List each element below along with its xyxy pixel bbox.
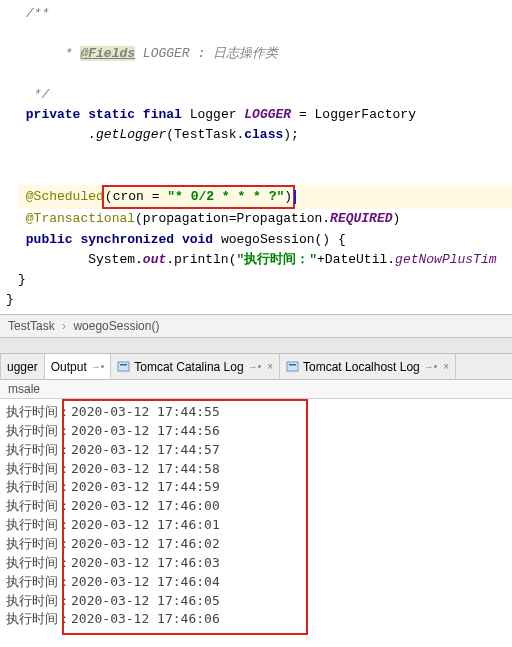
console-line: 执行时间：2020-03-12 17:46:04: [6, 573, 512, 592]
console-line: 执行时间：2020-03-12 17:46:00: [6, 497, 512, 516]
logger-decl: private static final Logger LOGGER = Log…: [18, 105, 512, 125]
panel-splitter[interactable]: [0, 338, 512, 354]
javadoc-tag: @Fields: [80, 46, 135, 61]
tab-catalina[interactable]: Tomcat Catalina Log →• ×: [111, 354, 280, 379]
pin-icon[interactable]: →•: [248, 361, 262, 372]
scheduled-line: @Scheduled(cron = "* 0/2 * * * ?"): [18, 185, 512, 209]
console-line: 执行时间：2020-03-12 17:46:01: [6, 516, 512, 535]
output-tabs: ugger Output →• Tomcat Catalina Log →• ×…: [0, 354, 512, 380]
code-editor[interactable]: /** * @Fields LOGGER : 日志操作类 */ private …: [0, 0, 512, 314]
javadoc-open: /**: [18, 4, 512, 24]
breadcrumb[interactable]: TestTask › woegoSession(): [0, 314, 512, 338]
brace-close-2: }: [6, 290, 512, 310]
javadoc-line: * @Fields LOGGER : 日志操作类: [18, 24, 512, 84]
tomcat-icon: [117, 360, 130, 373]
tab-output[interactable]: Output →•: [45, 354, 112, 379]
console-line: 执行时间：2020-03-12 17:44:59: [6, 478, 512, 497]
svg-rect-3: [289, 364, 296, 366]
console-line: 执行时间：2020-03-12 17:44:55: [6, 403, 512, 422]
console-line: 执行时间：2020-03-12 17:44:57: [6, 441, 512, 460]
output-context-label: msale: [0, 380, 512, 399]
breadcrumb-item[interactable]: TestTask: [8, 319, 55, 333]
tab-debugger[interactable]: ugger: [0, 354, 45, 379]
console-output[interactable]: 执行时间：2020-03-12 17:44:55执行时间：2020-03-12 …: [0, 399, 512, 633]
console-line: 执行时间：2020-03-12 17:46:06: [6, 610, 512, 629]
tomcat-icon: [286, 360, 299, 373]
javadoc-desc: LOGGER : 日志操作类: [135, 46, 278, 61]
method-decl: public synchronized void woegoSession() …: [18, 230, 512, 250]
console-line: 执行时间：2020-03-12 17:46:03: [6, 554, 512, 573]
cron-highlight-box: (cron = "* 0/2 * * * ?"): [102, 185, 295, 209]
close-icon[interactable]: ×: [443, 361, 449, 372]
console-line: 执行时间：2020-03-12 17:46:05: [6, 592, 512, 611]
breadcrumb-item[interactable]: woegoSession(): [73, 319, 159, 333]
console-line: 执行时间：2020-03-12 17:46:02: [6, 535, 512, 554]
svg-rect-1: [120, 364, 127, 366]
javadoc-close: */: [18, 85, 512, 105]
transactional-line: @Transactional(propagation=Propagation.R…: [18, 209, 512, 229]
svg-rect-2: [287, 362, 298, 371]
chevron-right-icon: ›: [62, 319, 66, 333]
println-line: System.out.println("执行时间："+DateUtil.getN…: [18, 250, 512, 270]
console-line: 执行时间：2020-03-12 17:44:56: [6, 422, 512, 441]
close-icon[interactable]: ×: [267, 361, 273, 372]
tab-localhost[interactable]: Tomcat Localhost Log →• ×: [280, 354, 456, 379]
console-line: 执行时间：2020-03-12 17:44:58: [6, 460, 512, 479]
pin-icon[interactable]: →•: [424, 361, 438, 372]
logger-getlogger: .getLogger(TestTask.class);: [18, 125, 512, 145]
svg-rect-0: [118, 362, 129, 371]
pin-icon[interactable]: →•: [91, 361, 105, 372]
brace-close-1: }: [18, 270, 512, 290]
caret: [294, 190, 296, 204]
